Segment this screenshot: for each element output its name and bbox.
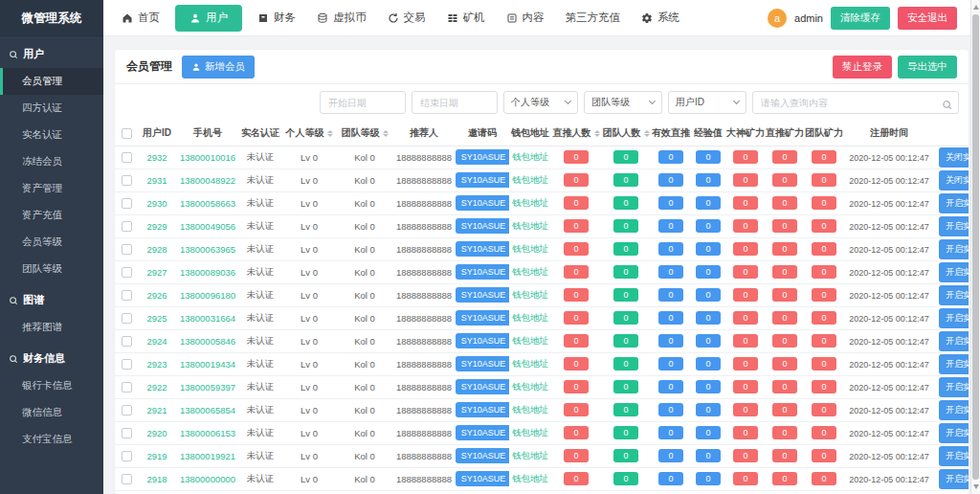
start-date-input[interactable]	[320, 91, 406, 114]
nav-tab-virtual-coin[interactable]: 虚拟币	[306, 0, 377, 36]
wallet-address-link[interactable]: 钱包地址	[512, 473, 548, 483]
realname-action-button[interactable]: 开启实名	[939, 285, 969, 305]
phone-link[interactable]: 13800049056	[180, 221, 235, 232]
user-id-link[interactable]: 2926	[146, 290, 167, 301]
row-checkbox[interactable]	[122, 152, 132, 163]
user-id-link[interactable]: 2931	[146, 175, 167, 186]
end-date-input[interactable]	[412, 91, 498, 114]
realname-action-button[interactable]: 关闭实名	[939, 147, 969, 168]
wallet-address-link[interactable]: 钱包地址	[512, 151, 548, 162]
realname-action-button[interactable]: 开启实名	[939, 446, 969, 466]
export-selected-button[interactable]: 导出选中	[898, 56, 957, 79]
phone-link[interactable]: 13800006153	[180, 428, 235, 438]
sidebar-item-frozen-members[interactable]: 冻结会员	[0, 148, 103, 175]
select-all-checkbox[interactable]	[122, 128, 132, 139]
realname-action-button[interactable]: 开启实名	[939, 423, 969, 443]
sidebar-item-asset-recharge[interactable]: 资产充值	[0, 202, 103, 229]
phone-link[interactable]: 13800089036	[180, 267, 235, 278]
clear-cache-button[interactable]: 清除缓存	[831, 7, 890, 30]
user-id-link[interactable]: 2923	[146, 359, 167, 370]
user-id-link[interactable]: 2927	[146, 267, 167, 278]
sidebar-item-alipay-info[interactable]: 支付宝信息	[0, 426, 103, 453]
row-checkbox[interactable]	[122, 428, 132, 438]
wallet-address-link[interactable]: 钱包地址	[512, 243, 548, 254]
phone-link[interactable]: 13800048922	[180, 175, 235, 186]
row-checkbox[interactable]	[122, 359, 132, 370]
scroll-down-arrow-icon[interactable]	[973, 484, 979, 489]
phone-link[interactable]: 13800059397	[180, 382, 235, 393]
user-id-link[interactable]: 2922	[146, 382, 167, 393]
phone-link[interactable]: 13800000000	[180, 474, 235, 484]
wallet-address-link[interactable]: 钱包地址	[512, 266, 548, 277]
user-id-link[interactable]: 2932	[146, 152, 167, 163]
wallet-address-link[interactable]: 钱包地址	[512, 197, 548, 208]
sidebar-item-realname-auth[interactable]: 实名认证	[0, 122, 103, 148]
phone-link[interactable]: 13800058663	[180, 198, 235, 209]
nav-tab-content[interactable]: 内容	[496, 0, 555, 36]
realname-action-button[interactable]: 开启实名	[939, 308, 969, 328]
sidebar-section-graph[interactable]: 图谱	[0, 282, 103, 314]
wallet-address-link[interactable]: 钱包地址	[512, 427, 548, 438]
sidebar-item-wechat-info[interactable]: 微信信息	[0, 399, 103, 426]
user-id-link[interactable]: 2918	[146, 474, 167, 484]
wallet-address-link[interactable]: 钱包地址	[512, 335, 548, 346]
column-header[interactable]: 直推人数	[551, 121, 601, 146]
sidebar-item-bankcard-info[interactable]: 银行卡信息	[0, 372, 103, 399]
sidebar-item-referral-graph[interactable]: 推荐图谱	[0, 314, 103, 341]
realname-action-button[interactable]: 开启实名	[939, 193, 969, 213]
wallet-address-link[interactable]: 钱包地址	[512, 358, 548, 369]
user-id-link[interactable]: 2924	[146, 336, 167, 347]
realname-action-button[interactable]: 关闭实名	[939, 170, 969, 191]
realname-action-button[interactable]: 开启实名	[939, 354, 969, 374]
row-checkbox[interactable]	[122, 405, 132, 415]
row-checkbox[interactable]	[122, 267, 132, 278]
vertical-scrollbar[interactable]	[970, 0, 980, 494]
realname-action-button[interactable]: 开启实名	[939, 331, 969, 351]
wallet-address-link[interactable]: 钱包地址	[512, 404, 548, 415]
user-id-link[interactable]: 2921	[146, 405, 167, 415]
sidebar-item-member-level[interactable]: 会员等级	[0, 229, 103, 256]
nav-tab-system[interactable]: 系统	[631, 0, 690, 36]
column-header[interactable]: 个人等级	[281, 121, 337, 146]
ban-login-button[interactable]: 禁止登录	[833, 56, 892, 79]
row-checkbox[interactable]	[122, 244, 132, 255]
sidebar-item-team-level[interactable]: 团队等级	[0, 256, 103, 282]
wallet-address-link[interactable]: 钱包地址	[512, 381, 548, 392]
sidebar-item-fourparty-auth[interactable]: 四方认证	[0, 95, 103, 122]
phone-link[interactable]: 13800096180	[180, 290, 235, 301]
phone-link[interactable]: 13800010016	[180, 152, 235, 163]
user-id-link[interactable]: 2930	[146, 198, 167, 209]
row-checkbox[interactable]	[122, 382, 132, 393]
column-header[interactable]: 团队人数	[601, 121, 651, 146]
add-member-button[interactable]: 新增会员	[182, 56, 255, 79]
user-id-link[interactable]: 2920	[146, 428, 167, 438]
nav-tab-thirdparty-recharge[interactable]: 第三方充值	[555, 0, 632, 36]
phone-link[interactable]: 13800031664	[180, 313, 235, 324]
scroll-up-arrow-icon[interactable]	[973, 5, 979, 10]
sidebar-section-finance-info[interactable]: 财务信息	[0, 341, 103, 372]
logout-button[interactable]: 安全退出	[898, 7, 957, 30]
search-icon[interactable]	[942, 97, 952, 107]
realname-action-button[interactable]: 开启实名	[939, 377, 969, 397]
user-id-link[interactable]: 2925	[146, 313, 167, 324]
avatar[interactable]: a	[768, 9, 787, 28]
username[interactable]: admin	[794, 12, 823, 24]
column-header[interactable]: 团队等级	[337, 121, 392, 146]
realname-action-button[interactable]: 开启实名	[939, 216, 969, 236]
phone-link[interactable]: 13800065854	[180, 405, 235, 415]
row-checkbox[interactable]	[122, 313, 132, 324]
user-id-link[interactable]: 2919	[146, 451, 167, 461]
team-level-select[interactable]: 团队等级	[584, 91, 662, 114]
nav-tab-trade[interactable]: 交易	[377, 0, 436, 36]
row-checkbox[interactable]	[122, 474, 132, 484]
row-checkbox[interactable]	[122, 221, 132, 232]
user-id-link[interactable]: 2928	[146, 244, 167, 255]
wallet-address-link[interactable]: 钱包地址	[512, 174, 548, 185]
wallet-address-link[interactable]: 钱包地址	[512, 220, 548, 231]
nav-tab-users[interactable]: 用户	[175, 5, 242, 32]
row-checkbox[interactable]	[122, 336, 132, 347]
row-checkbox[interactable]	[122, 451, 132, 461]
sidebar-item-asset-management[interactable]: 资产管理	[0, 175, 103, 202]
row-checkbox[interactable]	[122, 175, 132, 186]
realname-action-button[interactable]: 开启实名	[939, 239, 969, 259]
